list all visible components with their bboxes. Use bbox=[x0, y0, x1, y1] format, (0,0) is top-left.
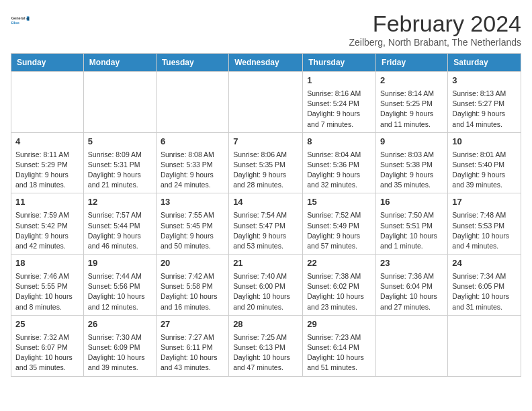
daylight-text: Daylight: 9 hours and 28 minutes. bbox=[233, 170, 298, 190]
calendar-cell: 2Sunrise: 8:14 AMSunset: 5:25 PMDaylight… bbox=[376, 72, 448, 133]
day-header-tuesday: Tuesday bbox=[156, 54, 228, 72]
sunrise-text: Sunrise: 8:01 AM bbox=[452, 150, 517, 160]
sunrise-text: Sunrise: 8:08 AM bbox=[161, 150, 224, 160]
daylight-text: Daylight: 9 hours and 39 minutes. bbox=[452, 170, 517, 190]
week-row-5: 25Sunrise: 7:32 AMSunset: 6:07 PMDayligh… bbox=[11, 315, 521, 376]
day-number: 23 bbox=[380, 257, 443, 270]
daylight-text: Daylight: 9 hours and 57 minutes. bbox=[307, 231, 371, 251]
calendar-cell: 3Sunrise: 8:13 AMSunset: 5:27 PMDaylight… bbox=[448, 72, 521, 133]
day-header-saturday: Saturday bbox=[448, 54, 521, 72]
sunrise-text: Sunrise: 7:34 AM bbox=[452, 271, 517, 281]
sunset-text: Sunset: 6:05 PM bbox=[452, 281, 517, 291]
daylight-text: Daylight: 10 hours and 35 minutes. bbox=[15, 353, 79, 373]
daylight-text: Daylight: 10 hours and 27 minutes. bbox=[380, 291, 443, 312]
sunrise-text: Sunrise: 7:57 AM bbox=[88, 210, 152, 220]
svg-text:Blue: Blue bbox=[11, 21, 19, 25]
sunset-text: Sunset: 6:09 PM bbox=[88, 342, 152, 353]
calendar-cell: 9Sunrise: 8:03 AMSunset: 5:38 PMDaylight… bbox=[376, 132, 448, 193]
sunrise-text: Sunrise: 7:54 AM bbox=[233, 210, 298, 220]
sunrise-text: Sunrise: 8:06 AM bbox=[233, 150, 298, 160]
daylight-text: Daylight: 10 hours and 8 minutes. bbox=[15, 291, 79, 312]
day-number: 26 bbox=[88, 318, 152, 331]
day-number: 1 bbox=[307, 75, 371, 87]
calendar-cell: 20Sunrise: 7:42 AMSunset: 5:58 PMDayligh… bbox=[156, 255, 228, 316]
calendar-cell: 12Sunrise: 7:57 AMSunset: 5:44 PMDayligh… bbox=[83, 193, 156, 255]
sunset-text: Sunset: 5:36 PM bbox=[307, 160, 371, 170]
day-header-sunday: Sunday bbox=[11, 54, 84, 72]
sunrise-text: Sunrise: 7:50 AM bbox=[380, 210, 443, 220]
logo-icon: GeneralBlue bbox=[11, 11, 30, 30]
day-number: 28 bbox=[233, 318, 298, 331]
day-header-wednesday: Wednesday bbox=[229, 54, 303, 72]
sunset-text: Sunset: 6:02 PM bbox=[307, 281, 371, 291]
daylight-text: Daylight: 10 hours and 51 minutes. bbox=[307, 353, 371, 373]
sunset-text: Sunset: 5:38 PM bbox=[380, 160, 443, 170]
calendar-subtitle: Zeilberg, North Brabant, The Netherlands bbox=[349, 37, 521, 48]
day-number: 4 bbox=[15, 136, 79, 148]
sunrise-text: Sunrise: 7:42 AM bbox=[161, 271, 224, 281]
sunrise-text: Sunrise: 8:14 AM bbox=[380, 89, 443, 99]
sunrise-text: Sunrise: 8:13 AM bbox=[452, 89, 517, 99]
sunset-text: Sunset: 6:04 PM bbox=[380, 281, 443, 291]
day-header-friday: Friday bbox=[376, 54, 448, 72]
calendar-cell: 22Sunrise: 7:38 AMSunset: 6:02 PMDayligh… bbox=[303, 255, 376, 316]
sunset-text: Sunset: 5:35 PM bbox=[233, 160, 298, 170]
sunrise-text: Sunrise: 7:23 AM bbox=[307, 332, 371, 342]
daylight-text: Daylight: 9 hours and 21 minutes. bbox=[88, 170, 152, 190]
calendar-cell: 15Sunrise: 7:52 AMSunset: 5:49 PMDayligh… bbox=[303, 193, 376, 255]
sunset-text: Sunset: 5:47 PM bbox=[233, 221, 298, 231]
day-number: 22 bbox=[307, 257, 371, 270]
calendar-table: SundayMondayTuesdayWednesdayThursdayFrid… bbox=[11, 53, 521, 377]
day-number: 19 bbox=[88, 257, 152, 270]
sunset-text: Sunset: 5:49 PM bbox=[307, 221, 371, 231]
calendar-cell: 10Sunrise: 8:01 AMSunset: 5:40 PMDayligh… bbox=[448, 132, 521, 193]
sunrise-text: Sunrise: 7:36 AM bbox=[380, 271, 443, 281]
sunset-text: Sunset: 5:40 PM bbox=[452, 160, 517, 170]
sunset-text: Sunset: 5:44 PM bbox=[88, 221, 152, 231]
sunrise-text: Sunrise: 7:44 AM bbox=[88, 271, 152, 281]
day-number: 3 bbox=[452, 75, 517, 87]
sunset-text: Sunset: 5:33 PM bbox=[161, 160, 224, 170]
sunset-text: Sunset: 6:13 PM bbox=[233, 342, 298, 353]
sunrise-text: Sunrise: 7:59 AM bbox=[15, 210, 79, 220]
daylight-text: Daylight: 9 hours and 14 minutes. bbox=[452, 109, 517, 129]
sunset-text: Sunset: 5:58 PM bbox=[161, 281, 224, 291]
calendar-cell: 13Sunrise: 7:55 AMSunset: 5:45 PMDayligh… bbox=[156, 193, 228, 255]
daylight-text: Daylight: 10 hours and 1 minute. bbox=[380, 231, 443, 251]
sunset-text: Sunset: 5:53 PM bbox=[452, 221, 517, 231]
daylight-text: Daylight: 9 hours and 32 minutes. bbox=[307, 170, 371, 190]
day-number: 25 bbox=[15, 318, 79, 331]
week-row-1: 1Sunrise: 8:16 AMSunset: 5:24 PMDaylight… bbox=[11, 72, 521, 133]
day-number: 18 bbox=[15, 257, 79, 270]
day-number: 7 bbox=[233, 136, 298, 148]
daylight-text: Daylight: 10 hours and 12 minutes. bbox=[88, 291, 152, 312]
day-number: 10 bbox=[452, 136, 517, 148]
sunrise-text: Sunrise: 7:30 AM bbox=[88, 332, 152, 342]
sunrise-text: Sunrise: 8:04 AM bbox=[307, 150, 371, 160]
sunrise-text: Sunrise: 7:48 AM bbox=[452, 210, 517, 220]
calendar-cell: 18Sunrise: 7:46 AMSunset: 5:55 PMDayligh… bbox=[11, 255, 84, 316]
sunset-text: Sunset: 5:29 PM bbox=[15, 160, 79, 170]
calendar-cell: 14Sunrise: 7:54 AMSunset: 5:47 PMDayligh… bbox=[229, 193, 303, 255]
calendar-cell: 6Sunrise: 8:08 AMSunset: 5:33 PMDaylight… bbox=[156, 132, 228, 193]
sunrise-text: Sunrise: 8:09 AM bbox=[88, 150, 152, 160]
sunrise-text: Sunrise: 7:25 AM bbox=[233, 332, 298, 342]
svg-text:General: General bbox=[11, 16, 26, 20]
sunrise-text: Sunrise: 8:03 AM bbox=[380, 150, 443, 160]
calendar-cell bbox=[11, 72, 84, 133]
sunrise-text: Sunrise: 7:27 AM bbox=[161, 332, 224, 342]
day-header-thursday: Thursday bbox=[303, 54, 376, 72]
calendar-title: February 2024 bbox=[349, 11, 521, 37]
calendar-cell: 17Sunrise: 7:48 AMSunset: 5:53 PMDayligh… bbox=[448, 193, 521, 255]
calendar-cell bbox=[83, 72, 156, 133]
daylight-text: Daylight: 9 hours and 11 minutes. bbox=[380, 109, 443, 129]
day-number: 8 bbox=[307, 136, 371, 148]
daylight-text: Daylight: 9 hours and 46 minutes. bbox=[88, 231, 152, 251]
sunset-text: Sunset: 6:00 PM bbox=[233, 281, 298, 291]
day-number: 21 bbox=[233, 257, 298, 270]
day-header-monday: Monday bbox=[83, 54, 156, 72]
calendar-cell: 1Sunrise: 8:16 AMSunset: 5:24 PMDaylight… bbox=[303, 72, 376, 133]
day-number: 11 bbox=[15, 196, 79, 209]
daylight-text: Daylight: 10 hours and 31 minutes. bbox=[452, 291, 517, 312]
day-number: 24 bbox=[452, 257, 517, 270]
